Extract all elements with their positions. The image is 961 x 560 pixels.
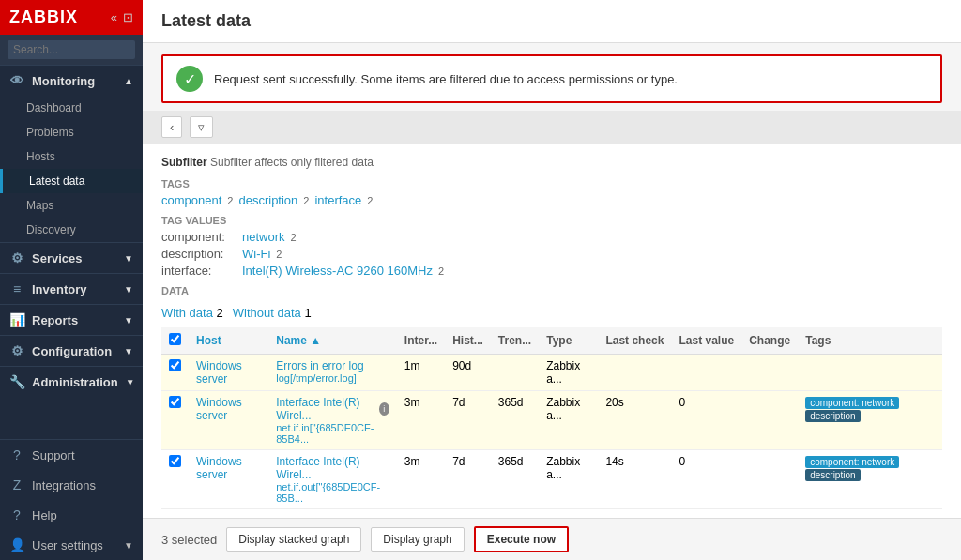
- th-change: Change: [741, 327, 798, 355]
- tags-label: TAGS: [161, 178, 942, 189]
- tag-value-interface: interface: Intel(R) Wireless-AC 9260 160…: [161, 264, 942, 278]
- row3-tag1[interactable]: component: network: [805, 456, 899, 468]
- th-type: Type: [539, 327, 598, 355]
- configuration-chevron: ▼: [124, 346, 133, 356]
- row3-tren: 365d: [491, 450, 539, 509]
- row2-info-icon[interactable]: i: [379, 402, 389, 416]
- collapse-icon[interactable]: «: [111, 10, 117, 24]
- th-tags: Tags: [798, 327, 942, 355]
- inventory-icon: ≡: [9, 281, 24, 296]
- pin-icon[interactable]: ⊡: [123, 10, 133, 24]
- row3-item-name[interactable]: Interface Intel(R) Wirel...: [276, 455, 389, 481]
- support-label: Support: [32, 448, 75, 462]
- row1-item-name[interactable]: Errors in error log: [276, 359, 389, 372]
- row2-tag2[interactable]: description: [805, 410, 860, 422]
- nav-administration-label: Administration: [32, 375, 118, 389]
- filter-back-button[interactable]: ‹: [161, 116, 182, 138]
- th-host[interactable]: Host: [189, 327, 268, 355]
- tag-val-network[interactable]: network: [242, 230, 285, 244]
- row2-lastcheck: 20s: [598, 391, 671, 450]
- tag-val-wifi-count: 2: [276, 249, 282, 260]
- select-all-checkbox[interactable]: [169, 333, 181, 345]
- sidebar-item-maps[interactable]: Maps: [0, 193, 143, 218]
- user-chevron: ▼: [124, 540, 133, 551]
- integrations-label: Integrations: [32, 478, 96, 492]
- subfilter-note: Subfilter Subfilter affects only filtere…: [161, 156, 942, 169]
- monitoring-chevron: ▲: [124, 76, 133, 86]
- tag-values-label: TAG VALUES: [161, 215, 942, 226]
- sidebar-item-integrations[interactable]: Z Integrations: [0, 470, 143, 500]
- reports-chevron: ▼: [124, 315, 133, 325]
- row1-host-link[interactable]: Windows server: [196, 359, 242, 386]
- th-hist: Hist...: [445, 327, 491, 355]
- row2-host: Windows server: [189, 391, 268, 450]
- nav-administration-header[interactable]: 🔧 Administration ▼: [0, 367, 143, 397]
- row2-item-name[interactable]: Interface Intel(R) Wirel...: [276, 396, 374, 422]
- selected-count: 3 selected: [161, 533, 217, 547]
- sidebar: ZABBIX « ⊡ 👁 Monitoring ▲ Dashboard Prob…: [0, 0, 143, 560]
- row3-change: [741, 450, 798, 509]
- sidebar-item-problems[interactable]: Problems: [0, 120, 143, 144]
- row3-host-link[interactable]: Windows server: [196, 455, 242, 481]
- row1-item-sub[interactable]: log[/tmp/error.log]: [276, 372, 389, 384]
- tag-val-intel-count: 2: [438, 265, 444, 277]
- row2-hist: 7d: [445, 391, 491, 450]
- sidebar-item-dashboard[interactable]: Dashboard: [0, 96, 143, 120]
- row3-checkbox[interactable]: [169, 455, 181, 467]
- row2-checkbox[interactable]: [169, 396, 181, 408]
- data-section: DATA With data 2 Without data 1: [161, 285, 942, 320]
- row1-checkbox[interactable]: [169, 359, 181, 371]
- nav-reports: 📊 Reports ▼: [0, 304, 143, 335]
- data-table: Host Name ▲ Inter... Hist... Tren... Typ…: [161, 327, 942, 509]
- row1-host: Windows server: [189, 355, 268, 391]
- execute-now-button[interactable]: Execute now: [474, 526, 569, 552]
- tag-component[interactable]: component: [161, 193, 221, 207]
- page-title: Latest data: [143, 0, 961, 43]
- row1-tags: [798, 355, 942, 391]
- configuration-icon: ⚙: [9, 343, 24, 358]
- sidebar-bottom: ? Support Z Integrations ? Help 👤 User s…: [0, 439, 143, 560]
- nav-monitoring-header[interactable]: 👁 Monitoring ▲: [0, 66, 143, 96]
- nav-configuration-header[interactable]: ⚙ Configuration ▼: [0, 336, 143, 366]
- tag-interface[interactable]: interface: [314, 193, 361, 207]
- tag-val-wifi[interactable]: Wi-Fi: [242, 247, 270, 261]
- nav-reports-header[interactable]: 📊 Reports ▼: [0, 305, 143, 335]
- row1-change: [741, 355, 798, 391]
- filter-bar: ‹ ▿: [143, 111, 961, 144]
- display-stacked-graph-button[interactable]: Display stacked graph: [226, 527, 361, 552]
- sidebar-item-user-settings[interactable]: 👤 User settings ▼: [0, 530, 143, 560]
- row2-host-link[interactable]: Windows server: [196, 396, 242, 422]
- sidebar-item-latest-data[interactable]: Latest data: [0, 169, 143, 193]
- search-input[interactable]: [8, 40, 135, 59]
- filter-icon-button[interactable]: ▿: [190, 116, 213, 138]
- nav-services-label: Services: [32, 251, 83, 265]
- content-area: Subfilter Subfilter affects only filtere…: [143, 144, 961, 518]
- sidebar-item-help[interactable]: ? Help: [0, 500, 143, 530]
- tab-with-data[interactable]: With data 2: [161, 306, 223, 320]
- row2-tren: 365d: [491, 391, 539, 450]
- row2-item-sub[interactable]: net.if.in["{685DE0CF-85B4...: [276, 422, 389, 445]
- tag-description[interactable]: description: [238, 193, 297, 207]
- tag-val-intel[interactable]: Intel(R) Wireless-AC 9260 160MHz: [242, 264, 433, 278]
- th-name[interactable]: Name ▲: [268, 327, 397, 355]
- nav-inventory-header[interactable]: ≡ Inventory ▼: [0, 274, 143, 304]
- row3-tag2[interactable]: description: [805, 469, 860, 481]
- sidebar-item-support[interactable]: ? Support: [0, 440, 143, 470]
- row3-host: Windows server: [189, 450, 268, 509]
- sidebar-item-discovery[interactable]: Discovery: [0, 218, 143, 242]
- tag-key-description: description:: [161, 247, 236, 261]
- row3-item-sub[interactable]: net.if.out["{685DE0CF-85B...: [276, 481, 389, 504]
- row2-tag1[interactable]: component: network: [805, 397, 899, 409]
- row1-hist: 90d: [445, 355, 491, 391]
- data-label: DATA: [161, 285, 942, 296]
- tab-without-data[interactable]: Without data 1: [233, 306, 312, 320]
- success-banner: ✓ Request sent successfully. Some items …: [161, 54, 942, 103]
- row3-type: Zabbix a...: [539, 450, 598, 509]
- display-graph-button[interactable]: Display graph: [371, 527, 464, 552]
- row3-inter: 3m: [397, 450, 445, 509]
- th-lastval: Last value: [671, 327, 741, 355]
- sidebar-item-hosts[interactable]: Hosts: [0, 144, 143, 169]
- monitoring-icon: 👁: [9, 73, 24, 88]
- nav-services-header[interactable]: ⚙ Services ▼: [0, 243, 143, 273]
- tag-component-count: 2: [227, 195, 233, 206]
